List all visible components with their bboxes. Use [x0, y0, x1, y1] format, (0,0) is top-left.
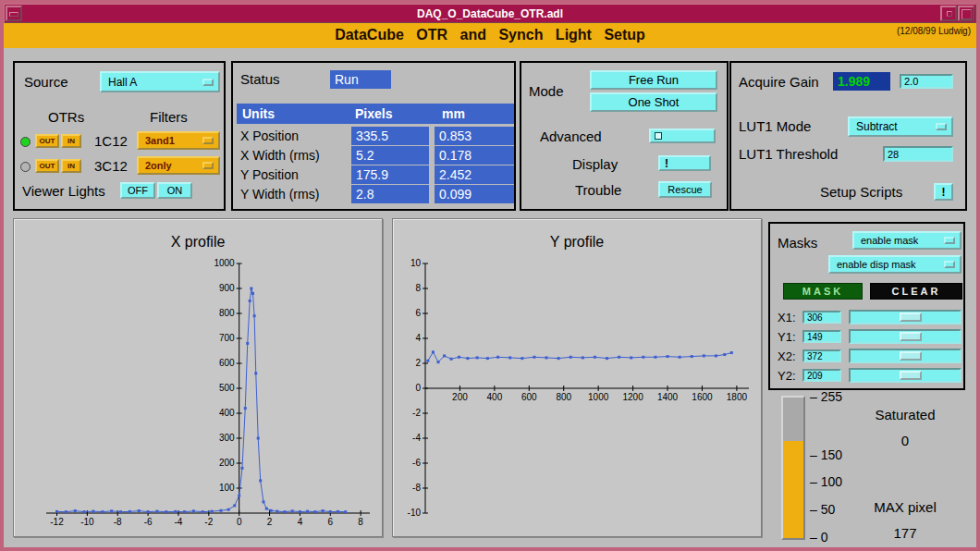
masks-label: Masks [778, 235, 817, 251]
maximize-button[interactable] [958, 6, 974, 21]
display-button[interactable]: ! [658, 155, 711, 171]
minimize-button[interactable] [940, 6, 957, 21]
chevron-menu-icon [202, 137, 214, 144]
acquire-gain-label: Acquire Gain [739, 74, 819, 90]
setup-scripts-button[interactable]: ! [934, 183, 953, 201]
chevron-menu-icon [944, 261, 955, 268]
slider-thumb[interactable] [900, 312, 922, 322]
x2-slider[interactable] [849, 349, 962, 363]
column-pixels: Pixels [355, 106, 392, 121]
intensity-colorbar [781, 396, 805, 540]
one-shot-button[interactable]: One Shot [590, 92, 717, 112]
otr-1c12-led [20, 137, 31, 147]
chevron-menu-icon [936, 123, 947, 130]
svg-text:8: 8 [358, 517, 363, 527]
svg-text:-2: -2 [204, 517, 213, 527]
lut1-mode-select[interactable]: Subtract [848, 116, 953, 137]
acquire-gain-readback: 1.989 [833, 72, 890, 91]
source-label: Source [24, 74, 68, 90]
filters-label: Filters [150, 109, 188, 125]
x1-input[interactable] [802, 311, 841, 324]
otr-1c12-out-button[interactable]: OUT [35, 134, 59, 148]
status-mm-value: 0.178 [435, 146, 514, 165]
column-mm: mm [442, 106, 465, 121]
mode-panel: Mode Free Run One Shot Advanced Display … [520, 61, 729, 211]
svg-text:900: 900 [219, 283, 235, 293]
y-profile-panel: Y profile 200400600800100012001400160018… [392, 218, 762, 537]
x1-label: X1: [778, 311, 796, 324]
slider-thumb[interactable] [900, 332, 922, 341]
svg-text:200: 200 [219, 458, 235, 468]
free-run-button[interactable]: Free Run [590, 70, 717, 90]
in-label: IN [67, 162, 75, 170]
svg-text:1200: 1200 [622, 392, 643, 402]
y-profile-title: Y profile [393, 234, 761, 251]
filter-1c12-value: 3and1 [145, 135, 175, 146]
svg-text:0: 0 [237, 517, 242, 527]
enable-mask-value: enable mask [861, 235, 918, 246]
slider-thumb[interactable] [900, 351, 922, 361]
source-panel: Source Hall A OTRs Filters OUT IN 1C12 3… [13, 61, 226, 211]
source-select[interactable]: Hall A [100, 71, 220, 92]
trouble-label: Trouble [575, 182, 621, 198]
enable-mask-select[interactable]: enable mask [852, 231, 962, 250]
svg-text:600: 600 [219, 358, 235, 368]
x2-input[interactable] [802, 349, 841, 362]
filter-3c12-select[interactable]: 2only [137, 156, 220, 175]
colorbar-fill [783, 441, 803, 539]
slider-thumb[interactable] [900, 371, 922, 380]
svg-text:-8: -8 [412, 483, 421, 493]
table-row: X Position 335.5 0.853 [233, 127, 514, 145]
viewer-lights-off-button[interactable]: OFF [120, 182, 155, 199]
acquire-gain-input[interactable] [900, 74, 953, 89]
y2-input[interactable] [802, 369, 841, 382]
mode-label: Mode [529, 83, 564, 99]
free-run-label: Free Run [629, 73, 679, 87]
enable-disp-mask-select[interactable]: enable disp mask [828, 255, 962, 274]
svg-text:-4: -4 [412, 433, 421, 443]
otr-3c12-in-button[interactable]: IN [61, 159, 81, 173]
svg-text:800: 800 [219, 308, 235, 318]
svg-text:2: 2 [267, 517, 273, 527]
clear-button-label: CLEAR [892, 286, 941, 297]
x1-slider[interactable] [849, 310, 962, 324]
lut1-mode-label: LUT1 Mode [739, 118, 811, 134]
y2-slider[interactable] [849, 368, 962, 383]
column-units: Units [242, 106, 275, 121]
svg-text:8: 8 [415, 283, 421, 293]
table-row: X Width (rms) 5.2 0.178 [233, 146, 514, 165]
svg-text:-6: -6 [144, 517, 153, 527]
shell-command-icon: ! [665, 157, 668, 170]
colorbar-tick-label: – 255 [810, 389, 842, 404]
lut1-threshold-input[interactable] [883, 146, 953, 162]
filter-1c12-select[interactable]: 3and1 [137, 131, 220, 150]
advanced-button[interactable] [649, 129, 716, 143]
svg-text:1800: 1800 [727, 392, 748, 402]
viewer-lights-on-button[interactable]: ON [157, 182, 192, 199]
svg-text:-10: -10 [80, 517, 94, 527]
y1-slider[interactable] [849, 329, 962, 344]
svg-text:-2: -2 [412, 408, 421, 418]
svg-text:6: 6 [415, 308, 421, 318]
advanced-label: Advanced [540, 129, 602, 144]
rescue-button[interactable]: Rescue [658, 181, 712, 198]
out-label: OUT [40, 162, 55, 170]
svg-text:1400: 1400 [657, 392, 679, 402]
svg-text:-4: -4 [175, 517, 183, 527]
filter-3c12-value: 2only [145, 160, 172, 171]
x-profile-chart: -12-10-8-6-4-202468100200300400500600700… [18, 258, 379, 530]
enable-disp-mask-value: enable disp mask [837, 259, 916, 270]
lut1-threshold-label: LUT1 Threshold [739, 146, 838, 162]
status-pixels-value: 175.9 [351, 165, 429, 184]
in-label: IN [67, 137, 75, 145]
mask-button[interactable]: MASK [783, 283, 863, 300]
page-title: DataCube OTR and Synch Light Setup [4, 27, 976, 43]
otr-3c12-out-button[interactable]: OUT [35, 159, 59, 173]
y2-label: Y2: [778, 369, 796, 383]
otr-1c12-in-button[interactable]: IN [61, 134, 81, 148]
svg-text:100: 100 [219, 483, 235, 493]
y1-input[interactable] [802, 330, 841, 343]
out-label: OUT [40, 137, 55, 145]
status-pixels-value: 335.5 [351, 127, 429, 145]
clear-button[interactable]: CLEAR [870, 283, 962, 300]
